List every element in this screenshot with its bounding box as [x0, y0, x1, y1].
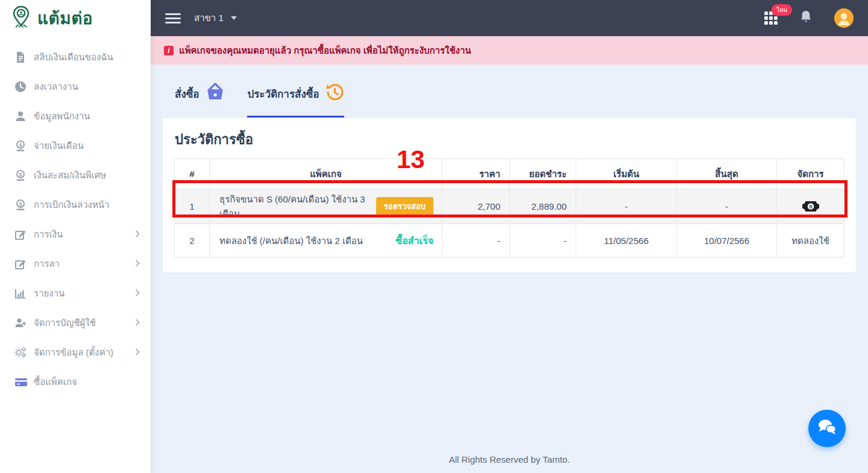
package-cell: ธุรกิจขนาด S (60/คน/เดือน) ใช้งาน 3 เดือ… — [210, 189, 442, 224]
credit-card-icon — [14, 376, 27, 388]
sidebar-item-settings[interactable]: จัดการข้อมูล (ตั้งค่า) — [0, 337, 151, 367]
money-icon: $ — [14, 169, 27, 181]
col-end: สิ้นสุด — [677, 159, 777, 189]
sidebar-item-reports[interactable]: รายงาน — [0, 278, 151, 308]
edit-icon — [14, 258, 27, 270]
branch-selector[interactable]: สาขา 1 — [194, 11, 237, 25]
sidebar-item-buy-package[interactable]: ซื้อแพ็คเกจ — [0, 367, 151, 396]
col-package: แพ็คเกจ — [210, 159, 442, 189]
sidebar-item-label: จัดการข้อมูล (ตั้งค่า) — [34, 345, 135, 360]
user-avatar[interactable] — [834, 8, 854, 28]
footer-copyright: All Rights Reserved by Tamto. — [151, 454, 868, 465]
manage-cell: 0 — [777, 189, 844, 224]
tab-bar: สั่งซื้อ ประวัติการสั่งซื้อ — [151, 64, 868, 118]
tab-purchase-history-label: ประวัติการสั่งซื้อ — [247, 86, 319, 102]
sidebar-item-employees[interactable]: ข้อมูลพนักงาน — [0, 101, 151, 131]
col-manage: จัดการ — [777, 159, 844, 189]
package-name: ธุรกิจขนาด S (60/คน/เดือน) ใช้งาน 3 เดือ… — [219, 192, 370, 221]
table-row: 2 ทดลองใช้ (/คน/เดือน) ใช้งาน 2 เดือน ซื… — [175, 224, 844, 258]
sidebar-item-label: การเงิน — [34, 227, 135, 242]
user-plus-icon — [14, 317, 27, 329]
sidebar-item-label: สลิปเงินเดือนของฉัน — [34, 50, 140, 64]
svg-text:$: $ — [19, 171, 22, 177]
sidebar-item-label: ข้อมูลพนักงาน — [34, 109, 140, 124]
sidebar-item-savings[interactable]: $ เงินสะสม/เงินพิเศษ — [0, 160, 151, 190]
apps-grid-button[interactable]: ใหม่ — [764, 11, 778, 25]
end-date-cell: 10/07/2566 — [677, 224, 777, 258]
chat-bubbles-icon — [817, 418, 837, 439]
chevron-right-icon — [135, 258, 140, 269]
sidebar-nav: สลิปเงินเดือนของฉัน ลงเวลางาน ข้อมูลพนัก… — [0, 36, 151, 396]
tab-purchase-history[interactable]: ประวัติการสั่งซื้อ — [247, 83, 344, 117]
chevron-right-icon — [135, 347, 140, 358]
sidebar-item-user-accounts[interactable]: จัดการบัญชีผู้ใช้ — [0, 308, 151, 337]
row-index: 1 — [175, 189, 210, 224]
col-paid: ยอดชำระ — [510, 159, 576, 189]
new-badge: ใหม่ — [772, 4, 792, 16]
sidebar: แต้มต่อ สลิปเงินเดือนของฉัน ลงเวลางาน ข้ — [0, 0, 151, 473]
package-cell: ทดลองใช้ (/คน/เดือน) ใช้งาน 2 เดือน ซื้อ… — [210, 224, 442, 258]
status-text: ซื้อสำเร็จ — [395, 233, 433, 248]
sidebar-item-payroll[interactable]: $ จ่ายเงินเดือน — [0, 131, 151, 160]
package-name: ทดลองใช้ (/คน/เดือน) ใช้งาน 2 เดือน — [219, 234, 363, 248]
chat-button[interactable] — [808, 410, 846, 447]
cash-payment-icon[interactable]: 0 — [802, 201, 820, 212]
notifications-bell-icon[interactable] — [799, 10, 813, 27]
document-icon — [14, 51, 27, 63]
chevron-right-icon — [135, 288, 140, 299]
tab-order[interactable]: สั่งซื้อ — [175, 83, 225, 116]
user-icon — [14, 110, 27, 122]
price-cell: 2,700 — [442, 189, 510, 224]
manage-cell: ทดลองใช้ — [777, 224, 844, 258]
sidebar-item-timeclock[interactable]: ลงเวลางาน — [0, 72, 151, 101]
tab-order-label: สั่งซื้อ — [175, 86, 199, 102]
sidebar-item-label: การเบิกเงินล่วงหน้า — [34, 198, 140, 212]
row-index: 2 — [175, 224, 210, 258]
chevron-right-icon — [135, 318, 140, 328]
start-date-cell: - — [576, 189, 677, 224]
main-area: สาขา 1 ใหม่ i แพ็คเกจของคุณหมดอายุแล้ว ก… — [151, 0, 868, 473]
purchase-history-table: # แพ็คเกจ ราคา ยอดชำระ เริ่มต้น สิ้นสุด … — [174, 158, 844, 258]
chevron-right-icon — [135, 229, 140, 240]
gears-icon — [14, 346, 27, 359]
start-date-cell: 11/05/2566 — [576, 224, 677, 258]
location-pin-icon — [11, 5, 31, 31]
clock-icon — [14, 81, 27, 93]
brand-logo[interactable]: แต้มต่อ — [0, 0, 151, 36]
bar-chart-icon — [14, 287, 27, 299]
table-header-row: # แพ็คเกจ ราคา ยอดชำระ เริ่มต้น สิ้นสุด … — [175, 159, 844, 189]
price-cell: - — [442, 224, 510, 258]
sidebar-item-leave[interactable]: การลา — [0, 249, 151, 278]
col-price: ราคา — [442, 159, 510, 189]
table-row: 1 ธุรกิจขนาด S (60/คน/เดือน) ใช้งาน 3 เด… — [175, 189, 844, 224]
chevron-down-icon — [231, 16, 237, 20]
hamburger-menu-icon[interactable] — [165, 13, 181, 23]
paid-cell: 2,889.00 — [510, 189, 576, 224]
edit-icon — [14, 228, 27, 240]
svg-text:$: $ — [19, 201, 22, 207]
money-icon: $ — [14, 140, 27, 152]
end-date-cell: - — [677, 189, 777, 224]
status-badge: รอตรวจสอบ — [376, 197, 433, 216]
paid-cell: - — [510, 224, 576, 258]
col-start: เริ่มต้น — [576, 159, 677, 189]
sidebar-item-advance[interactable]: $ การเบิกเงินล่วงหน้า — [0, 190, 151, 219]
brand-name: แต้มต่อ — [37, 5, 93, 31]
branch-label: สาขา 1 — [194, 11, 224, 25]
package-expired-alert: i แพ็คเกจของคุณหมดอายุแล้ว กรุณาซื้อแพ็ค… — [151, 36, 868, 64]
content-area: สั่งซื้อ ประวัติการสั่งซื้อ ประวัติการซื… — [151, 64, 868, 473]
money-icon: $ — [14, 199, 27, 211]
top-bar: สาขา 1 ใหม่ — [151, 0, 868, 36]
sidebar-item-finance[interactable]: การเงิน — [0, 219, 151, 249]
page-title: ประวัติการซื้อ — [175, 129, 844, 150]
app-root: แต้มต่อ สลิปเงินเดือนของฉัน ลงเวลางาน ข้ — [0, 0, 868, 473]
col-index: # — [175, 159, 210, 189]
sidebar-item-label: รายงาน — [34, 286, 135, 301]
sidebar-item-label: ลงเวลางาน — [34, 80, 140, 94]
alert-text: แพ็คเกจของคุณหมดอายุแล้ว กรุณาซื้อแพ็คเก… — [179, 43, 471, 58]
svg-text:$: $ — [19, 142, 22, 148]
topbar-actions: ใหม่ — [764, 8, 854, 28]
purchase-history-card: ประวัติการซื้อ # แพ็คเกจ ราคา ยอดชำระ เร… — [163, 118, 856, 272]
sidebar-item-payslip[interactable]: สลิปเงินเดือนของฉัน — [0, 42, 151, 72]
svg-text:0: 0 — [809, 204, 812, 210]
